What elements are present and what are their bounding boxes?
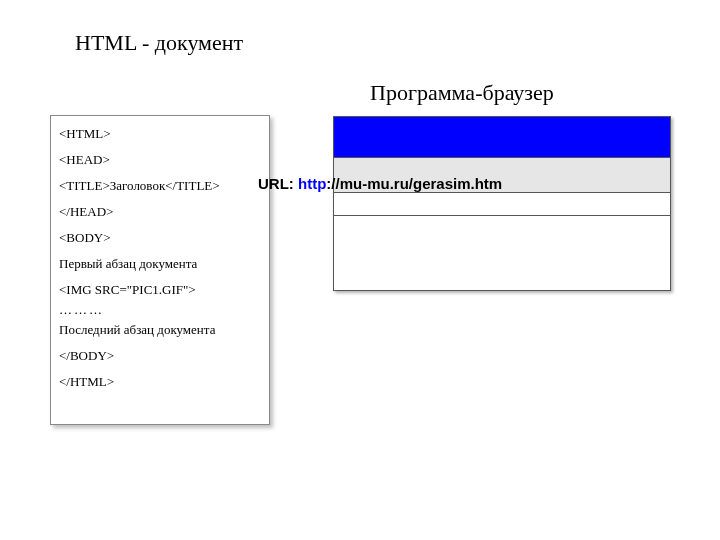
url-label: URL: http://mu-mu.ru/gerasim.htm	[258, 175, 502, 192]
heading-browser-program: Программа-браузер	[370, 80, 554, 106]
source-line: Последний абзац документа	[59, 322, 261, 338]
source-line: </BODY>	[59, 348, 261, 364]
source-line: </HTML>	[59, 374, 261, 390]
url-prefix: URL:	[258, 175, 298, 192]
browser-titlebar	[334, 117, 670, 158]
source-line: <BODY>	[59, 230, 261, 246]
source-line: <TITLE>Заголовок</TITLE>	[59, 178, 261, 194]
browser-window	[333, 116, 671, 291]
source-line: Первый абзац документа	[59, 256, 261, 272]
heading-html-document: HTML - документ	[75, 30, 243, 56]
source-line-dots: ………	[59, 302, 261, 318]
html-source-panel: <HTML> <HEAD> <TITLE>Заголовок</TITLE> <…	[50, 115, 270, 425]
source-line: <HTML>	[59, 126, 261, 142]
source-line: <HEAD>	[59, 152, 261, 168]
browser-toolbar	[334, 193, 670, 216]
source-line: <IMG SRC="PIC1.GIF">	[59, 282, 261, 298]
url-rest: ://mu-mu.ru/gerasim.htm	[326, 175, 502, 192]
url-protocol: http	[298, 175, 326, 192]
source-line: </HEAD>	[59, 204, 261, 220]
browser-content-area	[334, 216, 670, 290]
